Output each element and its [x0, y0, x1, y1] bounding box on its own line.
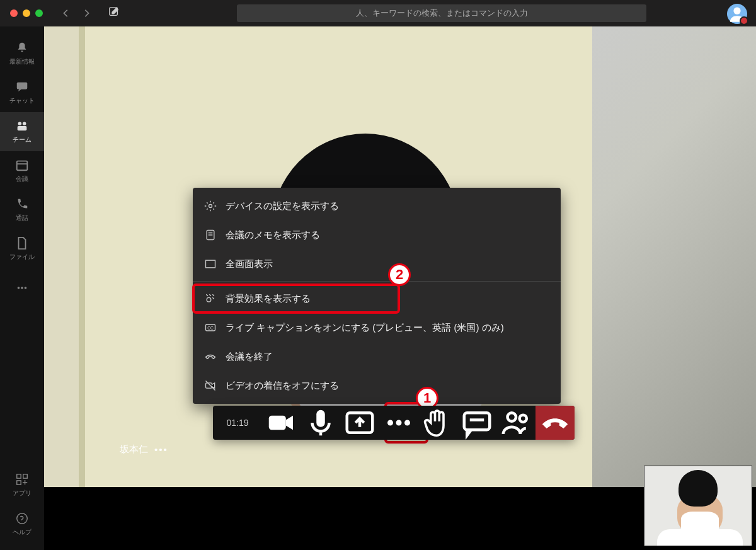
svg-point-4	[23, 122, 26, 126]
calendar-icon	[15, 158, 29, 172]
participant-name: 坂本仁	[120, 444, 148, 455]
rail-apps[interactable]: アプリ	[0, 466, 44, 505]
rail-chat[interactable]: チャット	[0, 73, 44, 112]
profile-avatar[interactable]	[727, 4, 747, 24]
bell-icon	[15, 41, 29, 55]
search-input[interactable]: 人、キーワードの検索、またはコマンドの入力	[237, 4, 646, 22]
rail-label: 最新情報	[9, 57, 35, 66]
svg-text:CC: CC	[207, 326, 214, 330]
rail-calls[interactable]: 通話	[0, 190, 44, 229]
svg-rect-6	[17, 161, 28, 171]
forward-button[interactable]	[82, 8, 91, 19]
chat-icon	[15, 80, 29, 94]
teams-icon	[15, 119, 29, 133]
participant-name-label: 坂本仁 •••	[120, 444, 168, 455]
phone-icon	[15, 197, 29, 211]
svg-point-14	[17, 513, 28, 524]
svg-rect-11	[17, 474, 21, 478]
menu-label: 背景効果を表示する	[226, 293, 311, 305]
search-placeholder: 人、キーワードの検索、またはコマンドの入力	[356, 8, 528, 19]
svg-point-33	[520, 415, 527, 422]
svg-point-15	[209, 205, 212, 208]
svg-point-27	[387, 420, 393, 426]
more-icon	[15, 281, 29, 295]
hang-up-button[interactable]	[536, 406, 575, 440]
gear-icon	[204, 200, 217, 212]
apps-icon	[15, 473, 29, 486]
share-screen-button[interactable]	[340, 406, 379, 440]
rail-calendar[interactable]: 会議	[0, 151, 44, 190]
svg-rect-12	[23, 474, 27, 478]
menu-label: 会議のメモを表示する	[226, 229, 320, 241]
menu-label: デバイスの設定を表示する	[226, 200, 339, 212]
rail-label: アプリ	[13, 489, 32, 498]
call-duration: 01:19	[213, 406, 262, 440]
call-controls: 01:19	[213, 406, 575, 440]
back-button[interactable]	[62, 8, 71, 19]
rail-label: チーム	[13, 135, 32, 144]
file-icon	[15, 236, 29, 250]
svg-point-29	[404, 420, 410, 426]
svg-rect-5	[18, 126, 27, 130]
svg-point-28	[396, 420, 402, 426]
background-effects-icon	[204, 292, 217, 305]
rail-label: チャット	[9, 96, 35, 105]
rail-label: 通話	[16, 214, 28, 222]
svg-rect-13	[17, 481, 21, 484]
fullscreen-icon	[204, 258, 217, 270]
rail-activity[interactable]: 最新情報	[0, 34, 44, 73]
svg-rect-24	[269, 416, 286, 430]
titlebar: 人、キーワードの検索、またはコマンドの入力	[0, 0, 756, 26]
menu-label: ライブ キャプションをオンにする (プレビュー、英語 (米国) のみ)	[226, 322, 504, 334]
menu-label: ビデオの着信をオフにする	[226, 380, 339, 392]
notes-icon	[204, 229, 217, 241]
minimize-window-button[interactable]	[23, 9, 30, 17]
rail-label: 会議	[16, 175, 28, 183]
hangup-icon	[204, 350, 217, 363]
svg-point-10	[25, 287, 27, 289]
close-window-button[interactable]	[10, 9, 18, 17]
svg-point-3	[18, 122, 21, 126]
svg-point-8	[18, 287, 20, 289]
menu-label: 全画面表示	[226, 258, 273, 270]
rail-more[interactable]	[0, 268, 44, 307]
compose-button[interactable]	[108, 6, 120, 20]
menu-incoming-video-off[interactable]: ビデオの着信をオフにする	[193, 371, 561, 400]
rail-help[interactable]: ヘルプ	[0, 505, 44, 544]
svg-point-9	[21, 287, 23, 289]
mic-toggle-button[interactable]	[301, 406, 340, 440]
svg-point-1	[733, 8, 740, 14]
menu-end-meeting[interactable]: 会議を終了	[193, 342, 561, 371]
rail-label: ファイル	[9, 253, 35, 261]
video-off-icon	[204, 379, 217, 392]
more-actions-menu: デバイスの設定を表示する 会議のメモを表示する 全画面表示 背景効果を表示する …	[193, 188, 561, 404]
window-controls	[10, 9, 43, 17]
more-actions-button[interactable]	[379, 406, 418, 440]
cc-icon: CC	[204, 321, 217, 334]
svg-point-32	[508, 413, 517, 421]
svg-rect-2	[17, 83, 28, 89]
menu-background-effects[interactable]: 背景効果を表示する	[193, 284, 561, 313]
maximize-window-button[interactable]	[35, 9, 43, 17]
menu-fullscreen[interactable]: 全画面表示	[193, 249, 561, 278]
help-icon	[15, 512, 29, 525]
rail-teams[interactable]: チーム	[0, 112, 44, 151]
menu-device-settings[interactable]: デバイスの設定を表示する	[193, 192, 561, 221]
menu-separator	[193, 281, 561, 282]
raise-hand-button[interactable]	[418, 406, 457, 440]
svg-rect-25	[316, 410, 325, 427]
left-rail: 最新情報 チャット チーム 会議 通話 ファイル アプリ ヘルプ	[0, 26, 44, 550]
nav-buttons	[62, 8, 91, 19]
svg-point-20	[207, 297, 211, 302]
chat-panel-button[interactable]	[457, 406, 496, 440]
self-video-thumbnail[interactable]	[644, 466, 752, 546]
menu-live-captions[interactable]: CC ライブ キャプションをオンにする (プレビュー、英語 (米国) のみ)	[193, 313, 561, 342]
participant-more-icon[interactable]: •••	[154, 444, 168, 455]
camera-toggle-button[interactable]	[262, 406, 301, 440]
menu-label: 会議を終了	[226, 351, 273, 363]
svg-rect-19	[206, 260, 215, 268]
rail-label: ヘルプ	[13, 528, 32, 537]
rail-files[interactable]: ファイル	[0, 229, 44, 268]
participants-button[interactable]	[496, 406, 536, 440]
menu-meeting-notes[interactable]: 会議のメモを表示する	[193, 221, 561, 249]
